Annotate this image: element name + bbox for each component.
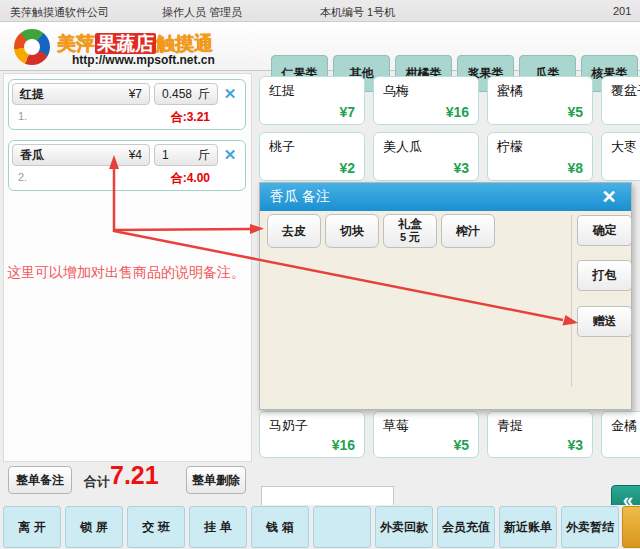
- product-card[interactable]: 大枣: [601, 132, 640, 181]
- machine-info: 本机编号 1号机: [320, 5, 395, 20]
- brand-logo-icon: [14, 29, 50, 65]
- product-price: ¥8: [567, 160, 583, 176]
- product-name: 青提: [497, 417, 523, 435]
- product-price: ¥2: [339, 160, 355, 176]
- item-qty: 1: [162, 148, 169, 162]
- option-label: 切块: [340, 225, 364, 238]
- cart-item-2: 香瓜 ¥4 1 斤 ✕ 2. 合:4.00: [8, 140, 246, 191]
- product-name: 蜜橘: [497, 82, 523, 100]
- product-price: ¥3: [453, 160, 469, 176]
- product-name: 乌梅: [383, 82, 409, 100]
- product-card[interactable]: 金橘: [601, 411, 640, 458]
- dialog-separator: [571, 215, 572, 387]
- product-name: 大枣: [611, 138, 637, 156]
- item-note-dialog: 香瓜 备注 ✕ 去皮 切块 礼盒 5 元 榨汁 确定 打包 赠送: [259, 182, 632, 410]
- product-card[interactable]: 草莓 ¥5: [373, 411, 479, 458]
- item-name: 红提: [20, 86, 44, 103]
- product-name: 草莓: [383, 417, 409, 435]
- cart-item-name-button[interactable]: 红提 ¥7: [12, 83, 150, 105]
- recent-bills-button[interactable]: 新近账单: [499, 506, 557, 548]
- header: 美萍果蔬店触摸通 http://www.mpsoft.net.cn 仁果类 其他…: [0, 22, 640, 71]
- product-price: ¥5: [567, 104, 583, 120]
- item-unit: 斤: [198, 147, 210, 164]
- product-name: 桃子: [269, 138, 295, 156]
- item-index: 1.: [18, 110, 27, 122]
- product-card[interactable]: 覆盆子: [601, 76, 640, 125]
- lock-screen-button[interactable]: 锁 屏: [65, 506, 123, 548]
- cart-item-qty-button[interactable]: 1 斤: [154, 144, 218, 166]
- note-option-peel-button[interactable]: 去皮: [267, 214, 321, 248]
- tutorial-annotation: 这里可以增加对出售商品的说明备注。: [7, 264, 245, 282]
- product-name: 覆盆子: [611, 82, 640, 100]
- product-name: 柠檬: [497, 138, 523, 156]
- item-qty: 0.458: [162, 87, 192, 101]
- note-options: 去皮 切块 礼盒 5 元 榨汁: [267, 214, 495, 248]
- remove-item-icon[interactable]: ✕: [218, 83, 242, 105]
- operator-info: 操作人员 管理员: [162, 5, 242, 20]
- brand-url: http://www.mpsoft.net.cn: [72, 53, 215, 67]
- total-label: 合计: [84, 473, 110, 491]
- brand-part-2: 果蔬店: [95, 33, 156, 54]
- note-option-giftbox-button[interactable]: 礼盒 5 元: [383, 214, 437, 248]
- product-card[interactable]: 柠檬 ¥8: [487, 132, 593, 181]
- note-option-juice-button[interactable]: 榨汁: [441, 214, 495, 248]
- confirm-button[interactable]: 确定: [577, 215, 632, 246]
- exit-button[interactable]: 离 开: [3, 506, 61, 548]
- product-row-3: 马奶子 ¥16 草莓 ¥5 青提 ¥3 金橘: [259, 411, 640, 458]
- product-card[interactable]: 马奶子 ¥16: [259, 411, 365, 458]
- takeout-suspend-button[interactable]: 外卖暂结: [561, 506, 619, 548]
- option-label: 礼盒: [398, 218, 422, 231]
- dialog-title: 香瓜 备注: [270, 188, 330, 206]
- option-label: 去皮: [282, 225, 306, 238]
- product-row-1: 红提 ¥7 乌梅 ¥16 蜜橘 ¥5 覆盆子: [259, 76, 640, 125]
- item-subtotal: 合:3.21: [171, 109, 210, 126]
- hold-order-button[interactable]: 挂 单: [189, 506, 247, 548]
- member-recharge-button[interactable]: 会员充值: [437, 506, 495, 548]
- cart-item-1: 红提 ¥7 0.458 斤 ✕ 1. 合:3.21: [8, 79, 246, 130]
- gift-button[interactable]: 赠送: [577, 306, 632, 337]
- brand-part-1: 美萍: [57, 33, 95, 54]
- close-icon[interactable]: ✕: [596, 184, 622, 210]
- cart-item-name-button[interactable]: 香瓜 ¥4: [12, 144, 150, 166]
- total-value: 7.21: [110, 461, 159, 490]
- company-name: 美萍触摸通软件公司: [10, 5, 109, 20]
- pack-button[interactable]: 打包: [577, 260, 632, 291]
- item-name: 香瓜: [20, 147, 44, 164]
- item-price: ¥4: [129, 148, 142, 162]
- product-name: 美人瓜: [383, 138, 422, 156]
- product-name: 红提: [269, 82, 295, 100]
- product-price: ¥7: [339, 104, 355, 120]
- brand-part-3: 触摸通: [156, 33, 213, 54]
- product-row-2: 桃子 ¥2 美人瓜 ¥3 柠檬 ¥8 大枣: [259, 132, 640, 181]
- product-card[interactable]: 桃子 ¥2: [259, 132, 365, 181]
- product-price: ¥16: [446, 104, 469, 120]
- product-price: ¥5: [453, 437, 469, 453]
- note-option-cut-button[interactable]: 切块: [325, 214, 379, 248]
- product-card[interactable]: 美人瓜 ¥3: [373, 132, 479, 181]
- product-name: 金橘: [611, 417, 637, 435]
- product-name: 马奶子: [269, 417, 308, 435]
- cash-drawer-button[interactable]: 钱 箱: [251, 506, 309, 548]
- top-status-bar: 美萍触摸通软件公司 操作人员 管理员 本机编号 1号机 201: [0, 0, 640, 22]
- item-subtotal: 合:4.00: [171, 170, 210, 187]
- item-index: 2.: [18, 171, 27, 183]
- product-card[interactable]: 红提 ¥7: [259, 76, 365, 125]
- item-unit: 斤: [198, 86, 210, 103]
- product-card[interactable]: 乌梅 ¥16: [373, 76, 479, 125]
- option-label: 榨汁: [456, 225, 480, 238]
- dialog-titlebar: 香瓜 备注: [260, 183, 631, 211]
- cart-item-qty-button[interactable]: 0.458 斤: [154, 83, 218, 105]
- option-sublabel: 5 元: [400, 231, 420, 244]
- takeout-payment-button[interactable]: 外卖回款: [375, 506, 433, 548]
- shift-change-button[interactable]: 交 班: [127, 506, 185, 548]
- product-card[interactable]: 蜜橘 ¥5: [487, 76, 593, 125]
- taskbar: 离 开 锁 屏 交 班 挂 单 钱 箱 外卖回款 会员充值 新近账单 外卖暂结: [0, 505, 640, 549]
- delete-order-button[interactable]: 整单删除: [186, 466, 246, 494]
- more-button[interactable]: [622, 506, 640, 548]
- product-card[interactable]: 青提 ¥3: [487, 411, 593, 458]
- remove-item-icon[interactable]: ✕: [218, 144, 242, 166]
- blank-button[interactable]: [313, 506, 371, 548]
- order-note-button[interactable]: 整单备注: [8, 466, 72, 494]
- product-price: ¥3: [567, 437, 583, 453]
- datetime-info: 201: [613, 5, 631, 17]
